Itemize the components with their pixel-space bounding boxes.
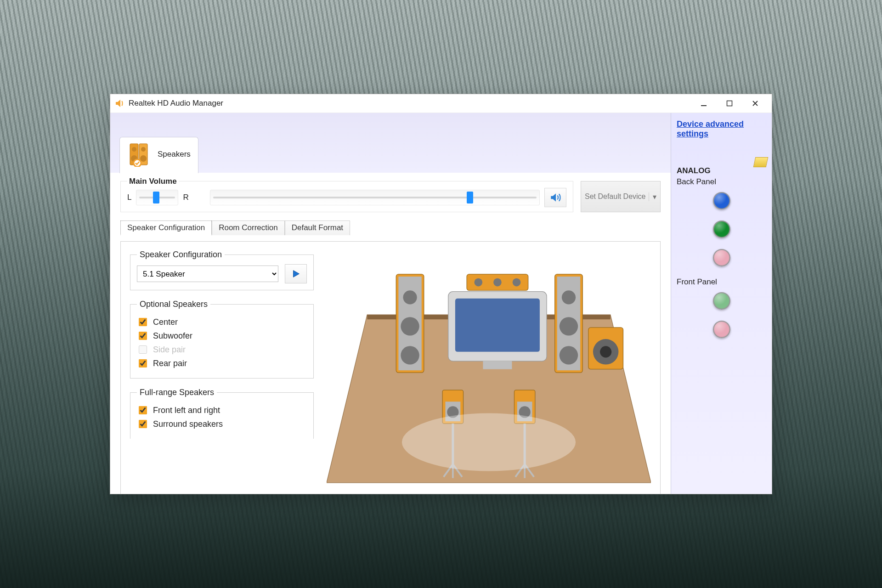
svg-point-27 — [560, 346, 578, 364]
app-icon — [114, 98, 125, 109]
device-tab-speakers[interactable]: Speakers — [119, 137, 198, 173]
fullrange-legend: Full-range Speakers — [137, 388, 217, 397]
svg-rect-0 — [701, 105, 707, 106]
jack-back-pink[interactable] — [713, 249, 730, 266]
svg-point-30 — [600, 346, 611, 357]
full-range-speakers-group: Full-range Speakers Front left and right… — [130, 388, 314, 439]
svg-point-17 — [513, 278, 521, 287]
svg-point-15 — [474, 278, 482, 287]
checkbox-label: Rear pair — [153, 359, 187, 368]
svg-point-20 — [403, 290, 417, 304]
set-default-device-button[interactable]: Set Default Device ▾ — [581, 181, 661, 212]
speaker-configuration-group: Speaker Configuration 5.1 Speaker — [130, 250, 314, 290]
svg-rect-13 — [483, 361, 512, 369]
svg-rect-1 — [727, 101, 732, 106]
back-panel-label: Back Panel — [677, 177, 766, 187]
jack-back-green[interactable] — [713, 220, 730, 238]
svg-point-21 — [401, 317, 419, 335]
test-play-button[interactable] — [285, 264, 307, 283]
balance-right-label: R — [183, 193, 188, 202]
checkbox-label: Subwoofer — [153, 331, 192, 341]
tab-label: Default Format — [292, 223, 343, 232]
checkbox-center[interactable]: Center — [137, 317, 307, 328]
svg-point-45 — [402, 413, 576, 471]
svg-point-4 — [132, 147, 136, 152]
minimize-button[interactable] — [691, 94, 717, 113]
side-panel: Device advanced settings ANALOG Back Pan… — [671, 113, 772, 494]
checkbox-front-lr[interactable]: Front left and right — [137, 405, 307, 416]
jack-back-blue[interactable] — [713, 192, 730, 209]
checkbox-surround[interactable]: Surround speakers — [137, 418, 307, 430]
checkbox-side-pair: Side pair — [137, 344, 307, 355]
speakers-icon — [127, 142, 152, 167]
balance-slider[interactable] — [136, 190, 178, 205]
svg-point-5 — [141, 147, 146, 152]
tab-speaker-configuration[interactable]: Speaker Configuration — [120, 220, 212, 235]
device-tab-strip: Speakers — [110, 113, 671, 173]
maximize-button[interactable] — [717, 94, 742, 113]
app-window: Realtek HD Audio Manager — [110, 94, 772, 494]
set-default-label: Set Default Device — [585, 192, 646, 201]
tab-label: Room Correction — [219, 223, 278, 232]
optional-legend: Optional Speakers — [137, 300, 210, 309]
speaker-config-legend: Speaker Configuration — [137, 250, 225, 260]
checkbox-label: Surround speakers — [153, 419, 223, 429]
speaker-layout-select[interactable]: 5.1 Speaker — [137, 266, 278, 282]
mute-button[interactable] — [544, 188, 566, 207]
svg-point-25 — [562, 290, 576, 304]
device-advanced-settings-link[interactable]: Device advanced settings — [677, 119, 744, 138]
main-volume-group: Main Volume L R — [120, 181, 573, 212]
checkbox-label: Center — [153, 317, 178, 327]
svg-point-26 — [560, 317, 578, 335]
svg-point-22 — [401, 346, 419, 364]
svg-point-7 — [140, 155, 147, 162]
speaker-room-visualization: Speaker Fill — [327, 250, 651, 494]
checkbox-label: Side pair — [153, 345, 186, 355]
optional-speakers-group: Optional Speakers Center Subwoofer Side … — [130, 300, 314, 379]
analog-header: ANALOG — [677, 166, 766, 175]
tab-label: Speaker Configuration — [127, 223, 205, 232]
jack-front-green[interactable] — [713, 292, 730, 310]
tab-room-correction[interactable]: Room Correction — [212, 220, 285, 235]
svg-rect-12 — [455, 299, 540, 352]
titlebar: Realtek HD Audio Manager — [110, 94, 772, 113]
checkbox-subwoofer[interactable]: Subwoofer — [137, 330, 307, 341]
device-tab-label: Speakers — [158, 150, 191, 159]
front-panel-label: Front Panel — [677, 277, 766, 287]
main-volume-legend: Main Volume — [127, 177, 179, 186]
jack-front-pink[interactable] — [713, 321, 730, 338]
tab-panel: Speaker Configuration 5.1 Speaker — [120, 241, 661, 494]
svg-point-16 — [493, 278, 502, 287]
window-title: Realtek HD Audio Manager — [129, 99, 223, 108]
settings-tabs: Speaker Configuration Room Correction De… — [120, 220, 661, 235]
balance-left-label: L — [127, 193, 131, 202]
dropdown-arrow-icon: ▾ — [649, 192, 656, 201]
close-button[interactable] — [742, 94, 768, 113]
folder-icon[interactable] — [753, 157, 769, 167]
tab-default-format[interactable]: Default Format — [285, 220, 350, 235]
volume-slider[interactable] — [210, 190, 540, 205]
checkbox-label: Front left and right — [153, 406, 220, 415]
checkbox-rear-pair[interactable]: Rear pair — [137, 358, 307, 369]
